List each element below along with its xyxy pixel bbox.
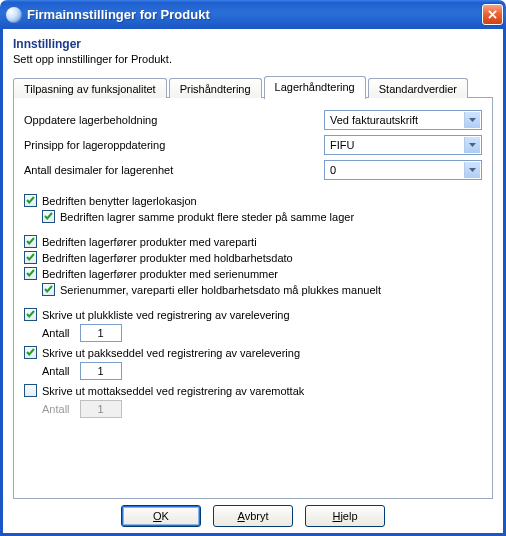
page-title: Innstillinger: [13, 37, 493, 51]
select-desimaler[interactable]: 0: [324, 160, 482, 180]
tab-panel-lagerhandtering: Oppdatere lagerbeholdning Ved fakturauts…: [13, 97, 493, 499]
tab-standardverdier[interactable]: Standardverdier: [368, 78, 468, 98]
label-desimaler: Antall desimaler for lagerenhet: [24, 164, 324, 176]
chevron-down-icon: [464, 162, 480, 178]
ok-button[interactable]: OK: [121, 505, 201, 527]
titlebar: Firmainnstillinger for Produkt: [0, 0, 506, 29]
window-title: Firmainnstillinger for Produkt: [27, 7, 482, 22]
label-holdbarhetsdato: Bedriften lagerfører produkter med holdb…: [42, 252, 293, 264]
checkbox-pakkseddel[interactable]: [24, 346, 37, 359]
checkbox-plukkliste[interactable]: [24, 308, 37, 321]
label-plukkliste: Skrive ut plukkliste ved registrering av…: [42, 309, 290, 321]
checkbox-plukkes-manuelt[interactable]: [42, 283, 55, 296]
tab-strip: Tilpasning av funksjonalitet Prishåndter…: [13, 75, 493, 98]
label-mottakseddel: Skrive ut mottakseddel ved registrering …: [42, 385, 304, 397]
label-antall-2: Antall: [42, 365, 70, 377]
avbryt-button[interactable]: Avbryt: [213, 505, 293, 527]
label-prinsipp: Prinsipp for lageroppdatering: [24, 139, 324, 151]
checkbox-samme-produkt[interactable]: [42, 210, 55, 223]
input-antall-mottakseddel: [80, 400, 122, 418]
label-samme-produkt: Bedriften lagrer samme produkt flere ste…: [60, 211, 354, 223]
chevron-down-icon: [464, 137, 480, 153]
app-icon: [6, 7, 22, 23]
select-prinsipp[interactable]: FIFU: [324, 135, 482, 155]
checkbox-holdbarhetsdato[interactable]: [24, 251, 37, 264]
label-antall-1: Antall: [42, 327, 70, 339]
label-pakkseddel: Skrive ut pakkseddel ved registrering av…: [42, 347, 300, 359]
window-body: Innstillinger Sett opp innstillinger for…: [0, 29, 506, 536]
hjelp-button[interactable]: Hjelp: [305, 505, 385, 527]
checkbox-lagerlokasjon[interactable]: [24, 194, 37, 207]
checkbox-vareparti[interactable]: [24, 235, 37, 248]
tab-tilpasning[interactable]: Tilpasning av funksjonalitet: [13, 78, 167, 98]
checkbox-serienummer[interactable]: [24, 267, 37, 280]
tab-prishandtering[interactable]: Prishåndtering: [169, 78, 262, 98]
label-plukkes-manuelt: Serienummer, vareparti eller holdbarhets…: [60, 284, 381, 296]
checkbox-mottakseddel[interactable]: [24, 384, 37, 397]
select-prinsipp-value: FIFU: [330, 139, 354, 151]
chevron-down-icon: [464, 112, 480, 128]
page-subtitle: Sett opp innstillinger for Produkt.: [13, 53, 493, 65]
button-bar: OK Avbryt Hjelp: [13, 499, 493, 527]
label-oppdatere: Oppdatere lagerbeholdning: [24, 114, 324, 126]
label-lagerlokasjon: Bedriften benytter lagerlokasjon: [42, 195, 197, 207]
select-oppdatere[interactable]: Ved fakturautskrift: [324, 110, 482, 130]
label-antall-3: Antall: [42, 403, 70, 415]
input-antall-plukkliste[interactable]: [80, 324, 122, 342]
tab-lagerhandtering[interactable]: Lagerhåndtering: [264, 76, 366, 99]
select-desimaler-value: 0: [330, 164, 336, 176]
select-oppdatere-value: Ved fakturautskrift: [330, 114, 418, 126]
close-button[interactable]: [482, 4, 503, 25]
label-vareparti: Bedriften lagerfører produkter med varep…: [42, 236, 257, 248]
close-icon: [488, 10, 497, 19]
input-antall-pakkseddel[interactable]: [80, 362, 122, 380]
label-serienummer: Bedriften lagerfører produkter med serie…: [42, 268, 278, 280]
